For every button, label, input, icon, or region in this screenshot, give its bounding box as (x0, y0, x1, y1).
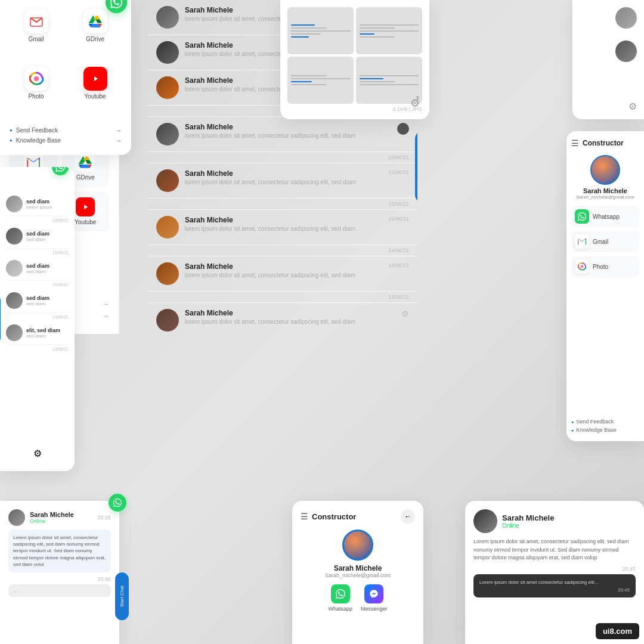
start-chat-button-bottom-left[interactable]: Start Chat (115, 572, 129, 620)
chat-avatar-2 (156, 41, 179, 64)
settings-icon-top-right[interactable]: ⚙ (628, 101, 637, 112)
chat-item-4[interactable]: Sarah Michele lorem ipsum dolor sit amet… (148, 117, 417, 152)
brc-bubble-time: 20:45 (479, 587, 630, 593)
circle-icon2: ● (10, 138, 13, 143)
rc-knowledge-base[interactable]: ● Knowledge Base (571, 426, 639, 434)
blc-avatar (8, 509, 25, 526)
bcc-back-button[interactable]: ← (401, 509, 415, 524)
arrow-icon2: → (116, 137, 122, 144)
arrow-icon-kb: → (103, 312, 109, 320)
avatar-top-right-2 (615, 41, 637, 62)
watermark: ui8.com (596, 623, 639, 639)
apps-grid-top-left: Gmail GDrive Photo Youtube (10, 10, 122, 118)
blc-online: Online (30, 518, 74, 524)
brc-online: Online (502, 522, 554, 529)
right-card-links: ● Send Feedback ● Knowledge Base (571, 417, 639, 434)
gmail-label: Gmail (28, 36, 44, 42)
bottom-center-card: ☰ Constructor ← Sarah Michele Sarah_mich… (292, 501, 423, 644)
gdrive-label: GDrive (86, 36, 104, 42)
left-chat-item-4[interactable]: sed diam sed diam (6, 289, 69, 313)
arrow-icon: → (116, 127, 122, 134)
bcc-header: ☰ Constructor ← (301, 509, 415, 524)
bottom-left-card: Start Chat Sarah Michele Online 20:25 Lo… (0, 501, 119, 644)
left-small-card: Start Chat sed diam lorem ipsum 13/06/21… (0, 167, 75, 471)
top-center-card: ⬆ 4.1mb | JPG ⚙ (280, 0, 429, 119)
bcc-name: Sarah Michele (334, 564, 382, 572)
left-chat-item-2[interactable]: sed diam sed diam (6, 224, 69, 249)
brc-bubble: Lorem ipsum dolor sit amet consectetur s… (473, 574, 636, 597)
start-chat-button-left[interactable]: Start Chat (0, 294, 1, 344)
bcc-title: Constructor (312, 512, 356, 521)
app-gmail-topleft[interactable]: Gmail (10, 10, 63, 61)
chat-avatar-3 (156, 76, 179, 99)
settings-left-card[interactable]: ⚙ (6, 443, 69, 464)
top-left-card: Gmail GDrive Photo Youtube ● Send Feedba… (0, 0, 131, 155)
left-chat-item-3[interactable]: sed diam sed diam (6, 256, 69, 281)
gmail-icon (24, 10, 48, 33)
rc-gmail-label: Gmail (593, 239, 608, 245)
left-chat-item-1[interactable]: sed diam lorem ipsum (6, 192, 69, 216)
chat-avatar-1 (156, 6, 179, 29)
rc-send-feedback[interactable]: ● Send Feedback (571, 417, 639, 426)
send-feedback-link-top[interactable]: ● Send Feedback → (10, 125, 122, 135)
rc-whatsapp-label: Whatsapp (593, 213, 620, 220)
brc-message: Lorem ipsum dolor sit amet, consectetur … (473, 538, 636, 562)
settings-icon-top-center[interactable]: ⚙ (410, 97, 420, 110)
gdrive-app-icon (76, 153, 95, 172)
app-youtube-topleft[interactable]: Youtube (69, 67, 122, 118)
bcc-hamburger[interactable]: ☰ (301, 512, 308, 521)
rc-photo-icon (575, 259, 589, 274)
hamburger-icon-right[interactable]: ☰ (571, 138, 579, 148)
chat-avatar-6 (156, 216, 179, 239)
chat-item-7[interactable]: Sarah Michele lorem ipsum dolor sit amet… (148, 256, 417, 292)
blc-user-row: Sarah Michele Online 20:25 (8, 509, 111, 526)
knowledge-base-link-top[interactable]: ● Knowledge Base → (10, 135, 122, 145)
settings-icon-chat[interactable]: ⚙ (401, 309, 409, 318)
bottom-right-card: Sarah Michele Online Lorem ipsum dolor s… (465, 501, 644, 644)
brc-avatar (473, 509, 497, 533)
rc-whatsapp-icon (575, 209, 589, 224)
brc-header: Sarah Michele Online (473, 509, 636, 533)
photo-cell-1 (287, 7, 354, 54)
chat-item-5[interactable]: Sarah Michele lorem ipsum dolor sit amet… (148, 163, 417, 199)
chat-avatar-4 (156, 123, 179, 145)
youtube-label: Youtube (84, 93, 106, 100)
left-chat-item-5[interactable]: elit, sed diam sed diam (6, 321, 69, 345)
bcc-email: Sarah_michele@gmail.com (325, 572, 391, 578)
avatar-top-right-1 (615, 7, 637, 29)
chat-item-8[interactable]: Sarah Michele lorem ipsum dolor sit amet… (148, 303, 417, 334)
rc-app-gmail[interactable]: Gmail (571, 231, 639, 252)
chat-item-6[interactable]: Sarah Michele lorem ipsum dolor sit amet… (148, 210, 417, 245)
circle-icon: ● (10, 128, 13, 133)
chat-avatar-7 (156, 262, 179, 285)
arrow-icon-sf: → (103, 301, 109, 308)
rc-gmail-icon (575, 234, 589, 249)
blc-footer-time: 20:46 (8, 576, 111, 582)
photo-icon (24, 67, 48, 91)
left-avatar-1 (6, 196, 23, 212)
start-chat-button-main[interactable]: Start Chat (415, 131, 417, 203)
left-avatar-4 (6, 292, 23, 309)
blc-time: 20:25 (97, 515, 111, 521)
app-photo-topleft[interactable]: Photo (10, 67, 63, 118)
photo-grid: ⬆ (287, 7, 422, 104)
date-separator-14: 14/06/21 (148, 245, 417, 256)
rc-app-photo[interactable]: Photo (571, 256, 639, 277)
bcc-messenger-icon (364, 584, 383, 603)
bcc-whatsapp[interactable]: Whatsapp (328, 584, 352, 612)
rc-app-whatsapp[interactable]: Whatsapp (571, 206, 639, 227)
right-user-email: Sarah_michele@gmail.com (571, 194, 639, 200)
right-user-avatar (590, 155, 620, 185)
date-separator-15b: 15/06/21 (148, 199, 417, 210)
brc-name: Sarah Michele (502, 513, 554, 522)
bcc-whatsapp-icon (331, 584, 350, 603)
app-gdrive-topleft[interactable]: GDrive (69, 10, 122, 61)
chat-avatar-5 (156, 169, 179, 192)
photo-cell-2 (356, 7, 422, 54)
bcc-messenger[interactable]: Messenger (361, 584, 388, 612)
left-avatar-2 (6, 228, 23, 244)
left-avatar-3 (6, 260, 23, 277)
watermark-text: ui8.com (603, 627, 632, 636)
brc-time: 20:45 (473, 566, 636, 572)
top-left-links: ● Send Feedback → ● Knowledge Base → (10, 125, 122, 145)
